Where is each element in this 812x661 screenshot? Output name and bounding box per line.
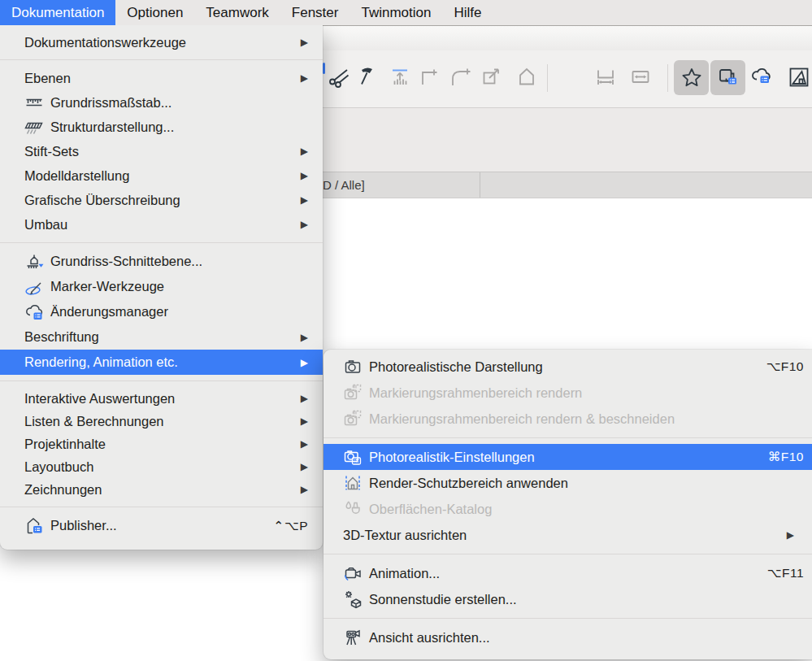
menu-separator xyxy=(0,242,323,243)
house-icon xyxy=(514,64,540,90)
submenu-item-animation[interactable]: Animation... ⌥F11 xyxy=(323,560,812,586)
menu-item-rendering-animation[interactable]: Rendering, Animation etc. ▶ xyxy=(0,350,323,375)
window-dimension-icon xyxy=(627,64,654,90)
menu-item-ebenen[interactable]: Ebenen ▶ xyxy=(0,66,323,90)
favorites-star-button[interactable] xyxy=(674,60,709,95)
menu-item-layoutbuch[interactable]: Layoutbuch ▶ xyxy=(0,455,323,478)
resize-button[interactable] xyxy=(475,61,508,93)
menubar-item-optionen[interactable]: Optionen xyxy=(115,0,194,25)
menu-item-publisher[interactable]: Publisher... ⌃⌥P xyxy=(0,513,323,538)
menubar-item-fenster[interactable]: Fenster xyxy=(280,0,350,25)
menu-item-grundriss-schnittebene[interactable]: Grundriss-Schnittebene... xyxy=(0,249,323,274)
submenu-item-render-schutzbereich[interactable]: Render-Schutzbereich anwenden xyxy=(323,470,812,496)
menubar: Dokumentation Optionen Teamwork Fenster … xyxy=(0,0,812,25)
split-axe-button[interactable] xyxy=(352,61,384,93)
base-house-button[interactable] xyxy=(510,61,543,93)
menu-item-umbau[interactable]: Umbau ▶ xyxy=(0,212,323,237)
menu-item-label: Animation... xyxy=(369,566,440,581)
menu-item-label: Beschriftung xyxy=(24,329,99,345)
render-view-button[interactable] xyxy=(783,61,812,93)
menu-item-label: Oberflächen-Katalog xyxy=(369,502,492,517)
submenu-arrow-icon: ▶ xyxy=(301,461,308,472)
toolbar xyxy=(322,50,812,108)
menu-item-label: Umbau xyxy=(24,217,67,233)
window-titlebar xyxy=(322,25,812,50)
star-icon xyxy=(679,65,705,91)
menu-separator xyxy=(323,437,812,438)
menu-item-zeichnungen[interactable]: Zeichnungen ▶ xyxy=(0,478,323,501)
adjust-button[interactable] xyxy=(384,61,416,93)
axe-icon xyxy=(355,64,381,90)
menubar-item-hilfe[interactable]: Hilfe xyxy=(442,0,493,25)
menubar-item-twinmotion[interactable]: Twinmotion xyxy=(350,0,442,25)
intersect-button[interactable] xyxy=(413,61,445,93)
submenu-item-photorealistik-einstellungen[interactable]: Photorealistik-Einstellungen ⌘F10 xyxy=(323,444,812,470)
rendering-submenu: Photorealistische Darstellung ⌥F10 Marki… xyxy=(323,350,812,659)
trim-scissors-button[interactable] xyxy=(323,61,356,93)
menu-item-aenderungsmanager[interactable]: Änderungsmanager xyxy=(0,299,323,324)
sun-study-icon xyxy=(343,589,363,609)
render-safe-frame-icon xyxy=(343,473,363,493)
menu-item-listen-berechnungen[interactable]: Listen & Berechnungen ▶ xyxy=(0,410,323,433)
submenu-item-ansicht-ausrichten[interactable]: Ansicht ausrichten... xyxy=(323,624,812,650)
window-dimension-button[interactable] xyxy=(624,61,657,93)
menu-separator xyxy=(323,554,812,554)
submenu-item-3d-textur-ausrichten[interactable]: 3D-Textur ausrichten ▶ xyxy=(323,522,812,548)
cut-plane-icon xyxy=(24,252,44,272)
menu-item-marker-werkzeuge[interactable]: Marker-Werkzeuge xyxy=(0,274,323,299)
submenu-item-markierungsrahmen-rendern-beschneiden: Markierungsrahmenbereich rendern & besch… xyxy=(323,406,812,432)
submenu-item-oberflaechen-katalog: Oberflächen-Katalog xyxy=(323,496,812,522)
menubar-item-dokumentation[interactable]: Dokumentation xyxy=(0,0,115,25)
dokumentation-menu: Dokumentationswerkzeuge ▶ Ebenen ▶ Grund… xyxy=(0,25,323,550)
camera-settings-icon xyxy=(343,447,363,467)
tab-floorplan[interactable]: D / Alle] xyxy=(323,172,365,198)
tab-bar: D / Alle] xyxy=(322,172,812,198)
dimension-icon xyxy=(593,64,619,90)
menubar-item-teamwork[interactable]: Teamwork xyxy=(194,0,280,25)
element-settings-button[interactable] xyxy=(710,60,745,95)
camera-marquee-icon xyxy=(343,409,363,428)
align-view-icon xyxy=(343,628,363,647)
submenu-arrow-icon: ▶ xyxy=(301,170,308,181)
submenu-item-photorealistische-darstellung[interactable]: Photorealistische Darstellung ⌥F10 xyxy=(323,354,812,380)
tab-divider xyxy=(480,172,480,198)
shortcut-label: ⌃⌥P xyxy=(273,519,308,533)
camera-icon xyxy=(343,357,363,376)
submenu-arrow-icon: ▶ xyxy=(301,219,308,230)
submenu-item-sonnenstudie[interactable]: Sonnenstudie erstellen... xyxy=(323,586,812,612)
menu-item-grundrissmassstab[interactable]: Grundrissmaßstab... xyxy=(0,90,323,115)
menu-item-label: Ansicht ausrichten... xyxy=(369,630,490,646)
marker-icon xyxy=(24,277,44,297)
menu-item-label: Projektinhalte xyxy=(24,437,106,452)
menu-item-label: Layoutbuch xyxy=(24,459,93,475)
menu-item-projektinhalte[interactable]: Projektinhalte ▶ xyxy=(0,433,323,455)
menu-item-dokumentationswerkzeuge[interactable]: Dokumentationswerkzeuge ▶ xyxy=(0,31,323,54)
framed-house-icon xyxy=(786,64,812,90)
submenu-arrow-icon: ▶ xyxy=(301,37,308,48)
menu-item-label: Interaktive Auswertungen xyxy=(24,391,175,407)
shortcut-label: ⌥F11 xyxy=(767,566,804,581)
toolbar-separator xyxy=(547,64,548,92)
menu-item-label: Zeichnungen xyxy=(24,482,102,498)
dimension-button[interactable] xyxy=(589,61,622,93)
menu-item-interaktive-auswertungen[interactable]: Interaktive Auswertungen ▶ xyxy=(0,387,323,410)
submenu-item-markierungsrahmen-rendern: Markierungsrahmenbereich rendern xyxy=(323,380,812,406)
shortcut-label: ⌥F10 xyxy=(766,359,804,374)
menu-item-grafische-ueberschreibung[interactable]: Grafische Überschreibung ▶ xyxy=(0,188,323,212)
menu-item-modelldarstellung[interactable]: Modelldarstellung ▶ xyxy=(0,163,323,188)
animation-camera-icon xyxy=(343,563,363,583)
submenu-arrow-icon: ▶ xyxy=(787,529,794,541)
submenu-arrow-icon: ▶ xyxy=(301,438,308,450)
menu-item-beschriftung[interactable]: Beschriftung ▶ xyxy=(0,324,323,350)
menu-item-label: Photorealistische Darstellung xyxy=(369,359,543,375)
menu-item-label: Sonnenstudie erstellen... xyxy=(369,592,517,607)
menu-item-label: Strukturdarstellung... xyxy=(50,120,174,135)
resize-icon xyxy=(479,64,505,90)
fillet-button[interactable] xyxy=(444,61,476,93)
submenu-arrow-icon: ▶ xyxy=(301,146,308,157)
cloud-manager-button[interactable] xyxy=(745,61,778,93)
menu-item-stift-sets[interactable]: Stift-Sets ▶ xyxy=(0,139,323,163)
change-manager-icon xyxy=(24,302,44,322)
menu-item-label: Rendering, Animation etc. xyxy=(24,354,178,370)
menu-item-strukturdarstellung[interactable]: Strukturdarstellung... xyxy=(0,115,323,139)
